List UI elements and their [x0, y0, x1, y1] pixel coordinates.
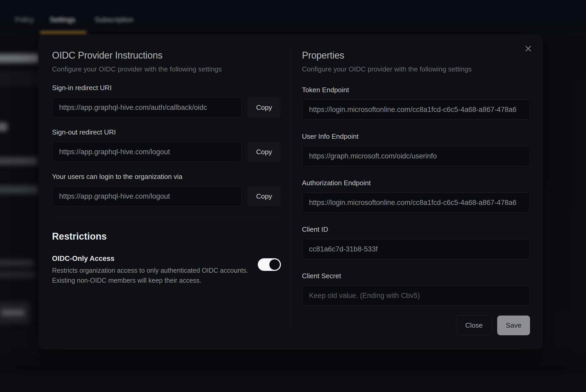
client-id-label: Client ID [302, 225, 530, 234]
blurred-text-fragment [0, 54, 39, 63]
tab-policy: Policy [15, 16, 34, 24]
token-endpoint-input[interactable] [302, 99, 530, 120]
instructions-column: OIDC Provider Instructions Configure you… [39, 35, 291, 349]
user-info-endpoint-input[interactable] [302, 146, 530, 166]
tab-subscription: Subscription [95, 16, 134, 24]
blurred-button-fragment [0, 302, 30, 324]
client-id-field: Client ID [302, 225, 530, 259]
sign-in-redirect-input[interactable] [52, 97, 242, 118]
restrictions-title: Restrictions [52, 231, 281, 242]
blurred-panel-fragment [0, 70, 42, 87]
toggle-thumb [269, 259, 280, 270]
instructions-subtitle: Configure your OIDC provider with the fo… [52, 65, 281, 73]
client-id-input[interactable] [302, 239, 530, 259]
blurred-text-fragment [0, 185, 38, 194]
copy-login-url-button[interactable]: Copy [247, 186, 281, 207]
authorization-endpoint-field: Authorization Endpoint [302, 179, 530, 213]
properties-title: Properties [302, 50, 530, 61]
section-divider [52, 218, 281, 218]
oidc-only-access-row: OIDC-Only Access Restricts organization … [52, 255, 281, 285]
sign-out-redirect-input[interactable] [52, 142, 242, 162]
login-url-field: Your users can login to the organization… [52, 173, 281, 207]
blurred-text-fragment [0, 122, 7, 131]
sign-in-redirect-field: Sign-in redirect URI Copy [52, 84, 281, 118]
oidc-only-toggle[interactable] [258, 258, 281, 271]
blurred-text-fragment [0, 157, 38, 165]
tab-bar: Policy Settings Subscription [0, 0, 586, 35]
token-endpoint-label: Token Endpoint [302, 86, 530, 94]
login-url-label: Your users can login to the organization… [52, 173, 281, 181]
token-endpoint-field: Token Endpoint [302, 86, 530, 120]
dialog-actions: Close Save [302, 316, 530, 335]
active-tab-underline [40, 31, 87, 34]
authorization-endpoint-label: Authorization Endpoint [302, 179, 530, 187]
client-secret-label: Client Secret [302, 272, 530, 280]
properties-column: Properties Configure your OIDC provider … [291, 35, 543, 349]
blurred-text-fragment [0, 271, 36, 278]
client-secret-input[interactable] [302, 285, 530, 306]
tab-settings: Settings [50, 16, 75, 24]
oidc-settings-dialog: OIDC Provider Instructions Configure you… [39, 35, 543, 349]
save-button[interactable]: Save [497, 316, 530, 335]
close-button[interactable]: Close [456, 316, 492, 335]
blurred-text-fragment [0, 260, 34, 266]
sign-out-redirect-field: Sign-out redirect URI Copy [52, 128, 281, 162]
instructions-title: OIDC Provider Instructions [52, 50, 281, 61]
oidc-only-access-description: Restricts organization access to only au… [52, 265, 250, 285]
authorization-endpoint-input[interactable] [302, 192, 530, 213]
copy-sign-in-button[interactable]: Copy [247, 97, 281, 118]
properties-subtitle: Configure your OIDC provider with the fo… [302, 65, 530, 73]
oidc-only-access-label: OIDC-Only Access [52, 255, 250, 263]
sign-in-redirect-label: Sign-in redirect URI [52, 84, 281, 92]
client-secret-field: Client Secret [302, 272, 530, 306]
user-info-endpoint-label: User Info Endpoint [302, 132, 530, 141]
copy-sign-out-button[interactable]: Copy [247, 142, 281, 162]
user-info-endpoint-field: User Info Endpoint [302, 132, 530, 166]
sign-out-redirect-label: Sign-out redirect URI [52, 128, 281, 136]
login-url-input[interactable] [52, 186, 242, 207]
